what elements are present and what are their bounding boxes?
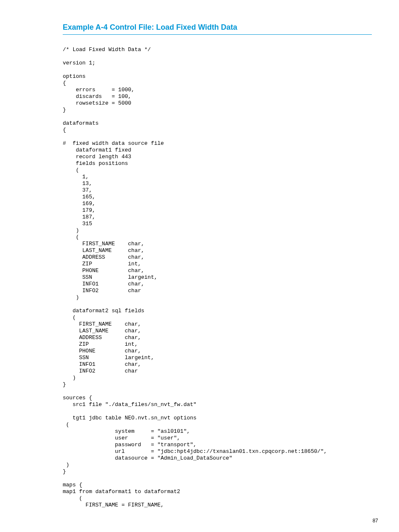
page-number: 87 xyxy=(373,518,378,521)
code-block: /* Load Fixed Width Data */ version 1; o… xyxy=(63,46,372,509)
section-heading: Example A-4 Control File: Load Fixed Wid… xyxy=(63,23,372,35)
